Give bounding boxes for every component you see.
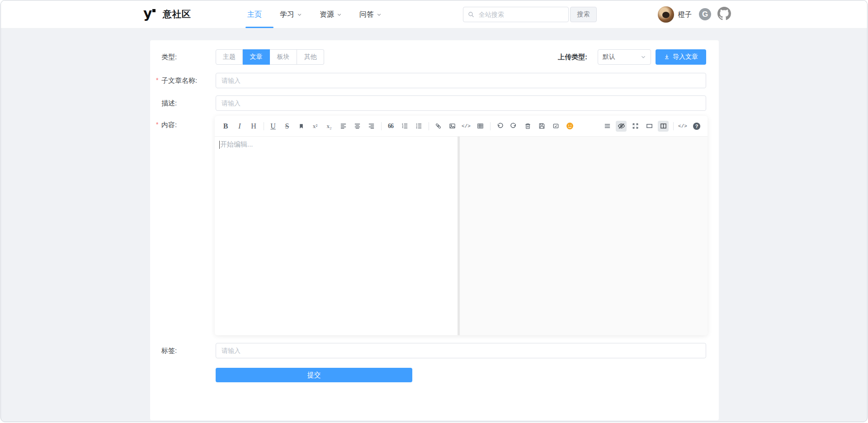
save-icon[interactable] [536, 121, 547, 132]
editor-placeholder: 开始编辑... [219, 140, 453, 149]
code-icon[interactable]: </> [461, 121, 472, 132]
search-icon [468, 11, 474, 18]
download-icon [664, 54, 670, 60]
description-label: 描述: [161, 99, 177, 108]
italic-icon[interactable]: I [234, 121, 245, 132]
toolbar-separator [264, 122, 264, 130]
redo-icon[interactable] [508, 121, 519, 132]
type-option-article[interactable]: 文章 [243, 49, 270, 65]
bookmark-icon[interactable] [296, 121, 307, 132]
superscript-icon[interactable]: x² [310, 121, 321, 132]
align-center-icon[interactable] [352, 121, 363, 132]
trash-icon[interactable] [522, 121, 533, 132]
subscript-icon[interactable]: x₂ [324, 121, 335, 132]
user-name[interactable]: 橙子 [678, 10, 692, 19]
search-button[interactable]: 搜索 [570, 7, 597, 22]
markdown-editor: B I H U S x² x₂ [215, 116, 708, 335]
blockquote-icon[interactable]: 66 [385, 121, 396, 132]
editor-panes: 开始编辑... [215, 137, 708, 335]
chevron-down-icon [377, 12, 382, 17]
site-search: 搜索 [463, 7, 597, 22]
bold-icon[interactable]: B [220, 121, 231, 132]
editor-toolbar-right: </> ? [602, 121, 702, 132]
active-tab-indicator [245, 27, 274, 28]
strikethrough-icon[interactable]: S [282, 121, 292, 132]
site-logo-icon[interactable]: y [142, 6, 159, 23]
type-segmented-control: 主题 文章 板块 其他 [216, 49, 324, 65]
heading-icon[interactable]: H [248, 121, 259, 132]
nav-learn[interactable]: 学习 [280, 0, 302, 29]
align-left-icon[interactable] [338, 121, 349, 132]
tags-input[interactable] [216, 343, 706, 358]
split-view-icon[interactable] [658, 121, 669, 132]
name-input[interactable] [216, 73, 706, 88]
search-input[interactable] [478, 10, 564, 19]
preview-window-icon[interactable] [644, 121, 655, 132]
toolbar-separator [429, 122, 429, 130]
outline-icon[interactable] [602, 121, 613, 132]
ordered-list-icon[interactable] [399, 121, 410, 132]
submission-form-card: 类型: 主题 文章 板块 其他 上传类型: 默认 导入文章 * 子文章名称: 描… [150, 40, 719, 420]
nav-learn-label: 学习 [280, 10, 294, 19]
upload-type-label: 上传类型: [558, 53, 587, 62]
fullscreen-icon[interactable] [630, 121, 641, 132]
content-label: 内容: [161, 121, 177, 129]
upload-type-value: 默认 [603, 53, 615, 61]
nav-qa[interactable]: 问答 [359, 0, 382, 29]
task-check-icon[interactable] [550, 121, 561, 132]
user-avatar[interactable] [658, 6, 674, 23]
type-label: 类型: [161, 53, 177, 62]
upload-type-select[interactable]: 默认 [598, 49, 651, 65]
html-code-icon[interactable]: </> [677, 121, 688, 132]
required-mark: * [156, 76, 158, 84]
type-option-other[interactable]: 其他 [297, 49, 324, 65]
chevron-down-icon [641, 54, 646, 60]
chevron-down-icon [297, 12, 302, 17]
align-right-icon[interactable] [366, 121, 377, 132]
preview-toggle-icon[interactable] [616, 121, 627, 132]
nav-home[interactable]: 主页 [247, 0, 262, 29]
app-window: y 意社区 主页 学习 资源 问答 搜索 [0, 0, 868, 422]
search-box[interactable] [463, 7, 569, 22]
submit-button[interactable]: 提交 [216, 368, 412, 382]
name-label: 子文章名称: [161, 76, 197, 85]
nav-resources-label: 资源 [320, 10, 334, 19]
site-title[interactable]: 意社区 [163, 8, 191, 20]
required-mark: * [156, 121, 158, 128]
image-icon[interactable] [447, 121, 458, 132]
github-icon[interactable] [717, 7, 731, 20]
import-article-label: 导入文章 [673, 53, 698, 61]
nav-qa-label: 问答 [359, 10, 374, 19]
table-icon[interactable] [475, 121, 486, 132]
emoji-icon[interactable] [564, 121, 575, 132]
toolbar-separator [673, 122, 674, 130]
underline-icon[interactable]: U [268, 121, 278, 132]
undo-icon[interactable] [494, 121, 505, 132]
unordered-list-icon[interactable] [413, 121, 424, 132]
tags-label: 标签: [161, 347, 177, 355]
editor-input-pane[interactable]: 开始编辑... [215, 137, 458, 335]
gitee-icon[interactable]: G [699, 8, 711, 20]
link-icon[interactable] [433, 121, 443, 132]
editor-toolbar: B I H U S x² x₂ [215, 116, 708, 137]
help-icon[interactable]: ? [691, 121, 702, 132]
nav-resources[interactable]: 资源 [320, 0, 342, 29]
toolbar-separator [381, 122, 382, 130]
toolbar-separator [490, 122, 491, 130]
type-option-topic[interactable]: 主题 [216, 49, 243, 65]
nav-home-label: 主页 [247, 10, 262, 19]
chevron-down-icon [337, 12, 342, 17]
description-input[interactable] [216, 95, 706, 111]
text-caret [219, 141, 220, 149]
import-article-button[interactable]: 导入文章 [656, 49, 706, 65]
header: y 意社区 主页 学习 资源 问答 搜索 [1, 0, 867, 29]
type-option-board[interactable]: 板块 [270, 49, 297, 65]
editor-preview-pane [460, 137, 708, 335]
